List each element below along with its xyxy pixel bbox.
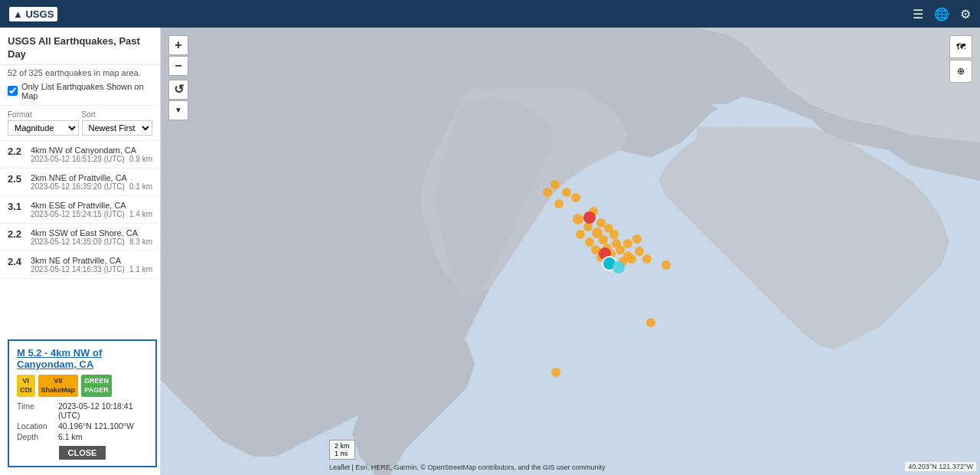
cdi-label: CDI: [20, 385, 32, 395]
show-on-map-label: Only List Earthquakes Shown on Map: [21, 82, 152, 100]
earthquake-name: 4km SSW of East Shore, CA: [31, 228, 152, 238]
map-expand-button[interactable]: ▼: [168, 100, 188, 120]
earthquake-magnitude: 2.4: [8, 256, 26, 267]
pager-value: GREEN: [84, 376, 109, 386]
usgs-logo[interactable]: ▲ USGS: [9, 7, 57, 21]
earthquake-name: 3km NE of Prattville, CA: [31, 256, 152, 265]
earthquake-info: 4km ESE of Prattville, CA 2023-05-12 15:…: [31, 201, 152, 218]
svg-point-23: [583, 211, 596, 224]
refresh-button[interactable]: ↺: [168, 80, 188, 100]
earthquake-list-item[interactable]: 2.2 4km SSW of East Shore, CA 2023-05-12…: [0, 224, 160, 251]
earthquake-time: 2023-05-12 14:16:33 (UTC): [31, 265, 125, 274]
layer-icon-1: 🗺: [956, 41, 965, 52]
svg-point-22: [627, 254, 636, 264]
svg-point-12: [609, 230, 619, 239]
svg-point-38: [662, 260, 671, 270]
pager-label: PAGER: [84, 385, 109, 395]
map-layer-buttons: 🗺 ⊕: [949, 35, 972, 83]
depth-value: 6.1 km: [58, 432, 83, 441]
sort-label: Sort: [82, 110, 153, 119]
gear-icon[interactable]: ⚙: [960, 7, 971, 21]
earthquake-time: 2023-05-12 14:35:09 (UTC): [31, 238, 125, 246]
svg-point-33: [632, 234, 642, 244]
zoom-out-button[interactable]: −: [168, 56, 188, 76]
svg-point-10: [585, 238, 594, 247]
globe-icon[interactable]: 🌐: [934, 7, 949, 21]
sort-filter-group: Sort Newest First: [82, 110, 153, 136]
location-label: Location: [17, 421, 55, 431]
pager-badge[interactable]: GREEN PAGER: [81, 375, 112, 397]
svg-point-18: [616, 245, 625, 254]
map-svg: [161, 28, 980, 475]
app-header: ▲ USGS ☰ 🌐 ⚙: [0, 0, 980, 28]
svg-point-37: [551, 368, 560, 377]
earthquake-dist: 0.1 km: [129, 182, 152, 191]
svg-point-36: [646, 318, 655, 327]
svg-point-32: [623, 239, 632, 248]
earthquake-list-item[interactable]: 3.1 4km ESE of Prattville, CA 2023-05-12…: [0, 196, 160, 224]
sidebar-title: USGS All Earthquakes, Past Day: [8, 35, 152, 61]
earthquake-list-item[interactable]: 2.2 4km NW of Canyondam, CA 2023-05-12 1…: [0, 141, 160, 169]
earthquake-info: 2km NNE of Prattville, CA 2023-05-12 16:…: [31, 173, 152, 191]
map-scale: 2 km 1 mi: [329, 440, 355, 460]
detail-title[interactable]: M 5.2 - 4km NW of Canyondam, CA: [17, 347, 148, 370]
earthquake-meta: 2023-05-12 14:16:33 (UTC) 1.1 km: [31, 265, 152, 274]
earthquake-dist: 1.1 km: [129, 265, 152, 274]
close-button[interactable]: CLOSE: [59, 446, 106, 460]
sidebar-checkbox-row: Only List Earthquakes Shown on Map: [0, 79, 160, 106]
location-value: 40.196°N 121.100°W: [58, 421, 134, 431]
earthquake-magnitude: 2.2: [8, 228, 26, 240]
format-label: Format: [8, 110, 79, 119]
earthquake-magnitude: 3.1: [8, 201, 26, 212]
sort-select[interactable]: Newest First: [82, 120, 153, 136]
svg-point-27: [554, 199, 564, 208]
svg-point-34: [635, 247, 644, 256]
mmi-label: ShakeMap: [41, 385, 76, 395]
earthquake-magnitude: 2.2: [8, 146, 26, 157]
svg-point-28: [543, 188, 552, 197]
earthquake-dist: 8.3 km: [129, 238, 152, 246]
map-attribution: Leaflet | Esri, HERE, Garmin, © OpenStre…: [329, 464, 606, 471]
usgs-logo-box: ▲ USGS: [9, 7, 57, 21]
scale-mi: 1 mi: [335, 450, 350, 457]
header-icons: ☰ 🌐 ⚙: [913, 7, 971, 21]
zoom-in-button[interactable]: +: [168, 35, 188, 55]
scale-km: 2 km: [335, 442, 350, 450]
earthquake-time: 2023-05-12 16:51:29 (UTC): [31, 155, 125, 163]
earthquake-list-item[interactable]: 2.5 2km NNE of Prattville, CA 2023-05-12…: [0, 169, 160, 196]
sidebar-count: 52 of 325 earthquakes in map area.: [0, 65, 160, 79]
detail-location-row: Location 40.196°N 121.100°W: [17, 421, 148, 431]
layer-button-1[interactable]: 🗺: [949, 35, 972, 58]
earthquake-name: 4km ESE of Prattville, CA: [31, 201, 152, 210]
detail-depth-row: Depth 6.1 km: [17, 432, 148, 441]
depth-label: Depth: [17, 432, 55, 441]
earthquake-name: 4km NW of Canyondam, CA: [31, 146, 152, 155]
earthquake-magnitude: 2.5: [8, 173, 26, 185]
earthquake-meta: 2023-05-12 15:24:15 (UTC) 1.4 km: [31, 210, 152, 218]
svg-point-5: [583, 222, 593, 231]
svg-point-31: [571, 193, 580, 202]
svg-point-2: [300, 388, 328, 403]
show-on-map-checkbox[interactable]: [8, 86, 18, 96]
earthquake-meta: 2023-05-12 16:35:20 (UTC) 0.1 km: [31, 182, 152, 191]
detail-time-row: Time 2023-05-12 10:18:41 (UTC): [17, 401, 148, 420]
layer-button-2[interactable]: ⊕: [949, 60, 972, 83]
cdi-badge[interactable]: VI CDI: [17, 375, 35, 397]
map-controls: + − ↺ ▼: [168, 35, 188, 120]
svg-point-30: [550, 180, 560, 189]
menu-icon[interactable]: ☰: [913, 7, 923, 21]
earthquake-info: 4km NW of Canyondam, CA 2023-05-12 16:51…: [31, 146, 152, 163]
earthquake-meta: 2023-05-12 14:35:09 (UTC) 8.3 km: [31, 238, 152, 246]
mmi-badge[interactable]: VII ShakeMap: [38, 375, 79, 397]
map-container[interactable]: + − ↺ ▼ 🗺 ⊕ 2 km 1 mi 40.203°N 121.372°W…: [161, 28, 980, 475]
earthquake-meta: 2023-05-12 16:51:29 (UTC) 0.9 km: [31, 155, 152, 163]
format-select[interactable]: Magnitude: [8, 120, 79, 136]
earthquake-time: 2023-05-12 16:35:20 (UTC): [31, 182, 125, 191]
main-layout: USGS All Earthquakes, Past Day 52 of 325…: [0, 28, 980, 475]
layer-icon-2: ⊕: [957, 66, 965, 77]
format-filter-group: Format Magnitude: [8, 110, 79, 136]
svg-point-11: [599, 235, 608, 244]
sidebar-header: USGS All Earthquakes, Past Day: [0, 28, 160, 65]
earthquake-list-item[interactable]: 2.4 3km NE of Prattville, CA 2023-05-12 …: [0, 251, 160, 279]
svg-point-35: [642, 254, 652, 264]
